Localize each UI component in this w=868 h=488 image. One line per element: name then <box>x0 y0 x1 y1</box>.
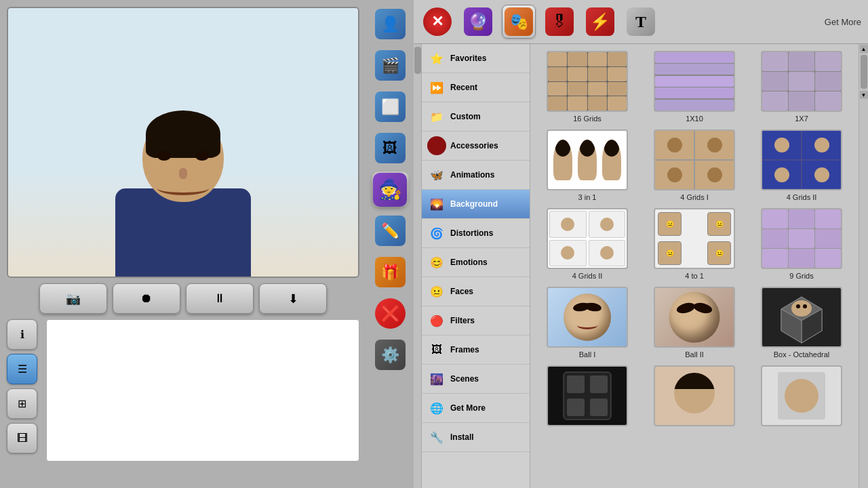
category-item-install[interactable]: 🔧 Install <box>422 423 530 452</box>
effect-4grids3[interactable]: 4 Grids II <box>537 208 637 280</box>
category-item-distortions[interactable]: 🌀 Distortions <box>422 219 530 248</box>
install-icon: 🔧 <box>427 428 446 447</box>
effect-4to1[interactable]: 😐 😐 😐 😐 4 to 1 <box>644 208 745 280</box>
distortions-icon: 🌀 <box>427 224 446 243</box>
effect-1x10[interactable]: 1X10 <box>644 51 745 123</box>
effect-ball1[interactable]: Ball I <box>537 287 637 359</box>
effect-bottom1[interactable] <box>537 365 637 429</box>
download-button[interactable]: ⬇ <box>259 283 327 314</box>
scenes-icon: 🌆 <box>427 369 446 388</box>
photo-tool-button[interactable]: 🖼 <box>372 129 409 167</box>
category-item-frames[interactable]: 🖼 Frames <box>422 336 530 365</box>
category-item-getmore[interactable]: 🌐 Get More <box>422 394 530 423</box>
effect-4grids3-label: 4 Grids II <box>572 272 603 280</box>
text-tab-button[interactable]: T <box>624 5 658 39</box>
close-tab-button[interactable]: ✕ <box>420 5 454 39</box>
text-area <box>46 319 359 462</box>
effect-9grids[interactable]: 9 Grids <box>751 208 852 280</box>
category-list: ⭐ Favorites ⏩ Recent 📁 Custom Accessorie… <box>422 44 530 488</box>
distortions-label: Distortions <box>450 228 493 238</box>
effect-box-oct-label: Box - Octahedral <box>774 350 830 359</box>
right-panel: ✕ 🔮 🎭 🎖 ⚡ T Get More ⭐ Favorites <box>414 0 868 488</box>
person-tool-button[interactable]: 👤 <box>372 5 409 43</box>
bottom-panel: ℹ ☰ ⊞ 🎞 <box>7 319 359 462</box>
svg-point-5 <box>796 304 800 308</box>
list-button[interactable]: ☰ <box>7 354 37 384</box>
install-label: Install <box>450 432 474 442</box>
svg-point-4 <box>791 300 812 317</box>
gear-tool-button[interactable]: ⚙️ <box>372 336 409 373</box>
info-button[interactable]: ℹ <box>7 319 37 350</box>
middle-toolbar: 👤 🎬 ⬜ 🖼 🧙 ✏️ 🎁 ❌ ⚙️ <box>366 0 414 488</box>
flash-tab-button[interactable]: ⚡ <box>583 5 617 39</box>
effect-bottom2[interactable] <box>644 365 745 429</box>
category-item-faces[interactable]: 😐 Faces <box>422 277 530 306</box>
category-item-emotions[interactable]: 😊 Emotions <box>422 248 530 277</box>
effects-tab-button[interactable]: 🎭 <box>502 5 536 39</box>
scenes-label: Scenes <box>450 374 479 384</box>
preview-background <box>8 8 358 277</box>
effect-4grids1[interactable]: 4 Grids I <box>644 129 745 201</box>
wizard-tab-button[interactable]: 🔮 <box>461 5 495 39</box>
stamp-tab-button[interactable]: 🎖 <box>542 5 576 39</box>
bottom1-svg <box>560 369 614 423</box>
animations-label: Animations <box>450 170 494 180</box>
fruit-tool-button[interactable]: 🎁 <box>372 253 409 291</box>
animations-icon: 🦋 <box>427 165 446 184</box>
left-panel: 📷 ⏺ ⏸ ⬇ ℹ ☰ ⊞ 🎞 <box>0 0 366 488</box>
background-label: Background <box>450 199 498 209</box>
preview-area <box>7 7 359 278</box>
custom-icon: 📁 <box>427 107 446 126</box>
get-more-label[interactable]: Get More <box>825 17 861 27</box>
category-item-custom[interactable]: 📁 Custom <box>422 102 530 131</box>
magic-tool-button[interactable]: 🧙 <box>372 171 409 208</box>
category-item-background[interactable]: 🌄 Background <box>422 190 530 219</box>
effect-3in1-label: 3 in 1 <box>578 193 597 201</box>
effect-1x7[interactable]: 1X7 <box>751 51 852 123</box>
film-button[interactable]: 🎞 <box>7 423 37 453</box>
stop-tool-button[interactable]: ❌ <box>372 295 409 332</box>
effect-ball1-label: Ball I <box>579 350 595 359</box>
effect-ball2[interactable]: Ball II <box>644 287 745 359</box>
clapperboard-tool-button[interactable]: 🎬 <box>372 47 409 84</box>
controls-bar: 📷 ⏺ ⏸ ⬇ <box>7 283 359 314</box>
svg-point-6 <box>803 304 807 308</box>
effect-3in1[interactable]: 3 in 1 <box>537 129 637 201</box>
emotions-label: Emotions <box>450 258 488 267</box>
effect-ball2-label: Ball II <box>685 350 704 359</box>
category-item-favorites[interactable]: ⭐ Favorites <box>422 44 530 73</box>
favorites-label: Favorites <box>450 54 486 63</box>
right-scrollbar[interactable]: ▲ ▼ <box>859 44 868 488</box>
record-button[interactable]: ⏺ <box>113 283 180 314</box>
svg-rect-11 <box>590 399 608 416</box>
category-item-filters[interactable]: 🔴 Filters <box>422 306 530 336</box>
box-oct-svg <box>774 290 829 344</box>
left-scrollbar[interactable] <box>414 44 422 488</box>
grid-button[interactable]: ⊞ <box>7 388 37 419</box>
category-item-recent[interactable]: ⏩ Recent <box>422 73 530 102</box>
icon-bar: ✕ 🔮 🎭 🎖 ⚡ T Get More <box>414 0 868 44</box>
effect-4grids2[interactable]: 4 Grids II <box>751 129 852 201</box>
crayon-tool-button[interactable]: ✏️ <box>372 212 409 249</box>
faces-label: Faces <box>450 287 473 296</box>
frames-label: Frames <box>450 345 479 354</box>
favorites-icon: ⭐ <box>427 49 446 68</box>
category-item-accessories[interactable]: Accessories <box>422 131 530 161</box>
content-area: ⭐ Favorites ⏩ Recent 📁 Custom Accessorie… <box>414 44 868 488</box>
background-icon: 🌄 <box>427 195 446 214</box>
svg-rect-9 <box>590 375 608 393</box>
snapshot-button[interactable]: 📷 <box>39 283 107 314</box>
effect-4grids1-label: 4 Grids I <box>680 193 709 201</box>
svg-rect-10 <box>567 399 585 416</box>
filters-icon: 🔴 <box>427 311 446 330</box>
faces-icon: 😐 <box>427 282 446 301</box>
category-item-scenes[interactable]: 🌆 Scenes <box>422 365 530 394</box>
effect-box-oct[interactable]: Box - Octahedral <box>751 287 852 359</box>
effect-9grids-label: 9 Grids <box>789 272 813 280</box>
category-item-animations[interactable]: 🦋 Animations <box>422 161 530 190</box>
pause-button[interactable]: ⏸ <box>186 283 254 314</box>
effect-bottom3[interactable] <box>751 365 852 429</box>
window-tool-button[interactable]: ⬜ <box>372 88 409 125</box>
effect-16grids[interactable]: 16 Grids <box>537 51 637 123</box>
person-hair <box>146 110 220 158</box>
